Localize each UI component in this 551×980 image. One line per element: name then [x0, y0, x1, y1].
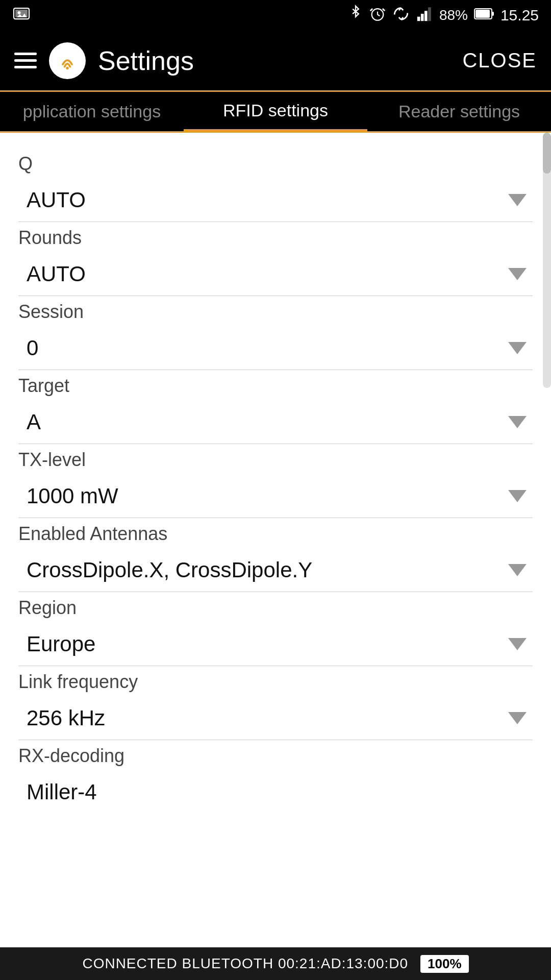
svg-rect-4 — [417, 16, 420, 21]
setting-rx-decoding-label: RX-decoding — [18, 745, 533, 767]
status-bar-icons: 88% 15.25 — [348, 4, 539, 27]
setting-target-value: A — [27, 410, 41, 434]
svg-rect-6 — [424, 11, 428, 21]
app-header: Settings CLOSE — [0, 31, 551, 92]
chevron-down-icon — [508, 342, 527, 354]
scrollbar-track — [543, 133, 551, 388]
svg-rect-7 — [428, 7, 431, 21]
setting-tx-level-dropdown[interactable]: 1000 mW — [18, 475, 533, 518]
setting-antennas-label: Enabled Antennas — [18, 523, 533, 545]
setting-link-frequency-dropdown[interactable]: 256 kHz — [18, 697, 533, 740]
scrollbar-thumb[interactable] — [543, 133, 551, 174]
setting-rounds: Rounds AUTO — [0, 222, 551, 296]
setting-antennas-dropdown[interactable]: CrossDipole.X, CrossDipole.Y — [18, 549, 533, 592]
setting-region: Region Europe — [0, 592, 551, 666]
setting-tx-level: TX-level 1000 mW — [0, 444, 551, 518]
battery-icon — [474, 7, 494, 24]
chevron-down-icon — [508, 268, 527, 280]
signal-icon — [416, 5, 433, 26]
chevron-down-icon — [508, 564, 527, 576]
setting-session-dropdown[interactable]: 0 — [18, 327, 533, 370]
bottom-status-bar: CONNECTED BLUETOOTH 00:21:AD:13:00:D0 10… — [0, 947, 551, 980]
bluetooth-icon — [348, 4, 363, 27]
tab-rfid-settings[interactable]: RFID settings — [184, 92, 367, 131]
setting-session: Session 0 — [0, 296, 551, 370]
chevron-down-icon — [508, 416, 527, 428]
setting-rounds-value: AUTO — [27, 262, 86, 286]
battery-status-badge: 100% — [420, 955, 469, 973]
tab-bar: pplication settings RFID settings Reader… — [0, 92, 551, 133]
tab-app-settings[interactable]: pplication settings — [0, 92, 184, 131]
setting-rx-decoding-dropdown[interactable]: Miller-4 — [18, 771, 533, 814]
setting-link-frequency-label: Link frequency — [18, 671, 533, 693]
svg-rect-9 — [475, 10, 490, 18]
setting-target: Target A — [0, 370, 551, 444]
sync-icon — [392, 5, 410, 26]
setting-q-label: Q — [18, 153, 533, 175]
setting-region-value: Europe — [27, 632, 95, 656]
chevron-down-icon — [508, 712, 527, 724]
bluetooth-connection-text: CONNECTED BLUETOOTH 00:21:AD:13:00:D0 — [82, 955, 408, 972]
app-logo — [49, 42, 86, 79]
svg-rect-5 — [421, 14, 424, 21]
setting-link-frequency-value: 256 kHz — [27, 706, 105, 730]
setting-tx-level-value: 1000 mW — [27, 484, 118, 508]
alarm-icon — [369, 5, 386, 26]
setting-rx-decoding-value: Miller-4 — [27, 780, 97, 804]
clock: 15.25 — [500, 7, 539, 24]
battery-percent: 88% — [439, 7, 468, 23]
setting-rx-decoding: RX-decoding Miller-4 — [0, 740, 551, 814]
setting-target-label: Target — [18, 375, 533, 397]
setting-q-dropdown[interactable]: AUTO — [18, 179, 533, 222]
setting-tx-level-label: TX-level — [18, 449, 533, 471]
setting-antennas: Enabled Antennas CrossDipole.X, CrossDip… — [0, 518, 551, 592]
header-left: Settings — [14, 42, 194, 79]
svg-point-2 — [18, 11, 21, 14]
setting-link-frequency: Link frequency 256 kHz — [0, 666, 551, 740]
status-bar: 88% 15.25 — [0, 0, 551, 31]
svg-rect-10 — [492, 12, 494, 16]
svg-point-12 — [66, 66, 68, 69]
chevron-down-icon — [508, 490, 527, 502]
setting-region-dropdown[interactable]: Europe — [18, 623, 533, 666]
header-title: Settings — [98, 45, 194, 76]
chevron-down-icon — [508, 638, 527, 650]
setting-rounds-label: Rounds — [18, 227, 533, 249]
setting-target-dropdown[interactable]: A — [18, 401, 533, 444]
setting-region-label: Region — [18, 597, 533, 619]
setting-q-value: AUTO — [27, 188, 86, 212]
hamburger-menu[interactable] — [14, 53, 37, 68]
tab-reader-settings[interactable]: Reader settings — [367, 92, 551, 131]
chevron-down-icon — [508, 194, 527, 206]
close-button[interactable]: CLOSE — [462, 49, 537, 72]
setting-q: Q AUTO — [0, 148, 551, 222]
status-bar-image-icon — [12, 5, 31, 26]
setting-session-value: 0 — [27, 336, 38, 360]
setting-rounds-dropdown[interactable]: AUTO — [18, 253, 533, 296]
settings-content: Q AUTO Rounds AUTO Session 0 Target A TX… — [0, 133, 551, 947]
setting-session-label: Session — [18, 301, 533, 323]
setting-antennas-value: CrossDipole.X, CrossDipole.Y — [27, 558, 312, 582]
